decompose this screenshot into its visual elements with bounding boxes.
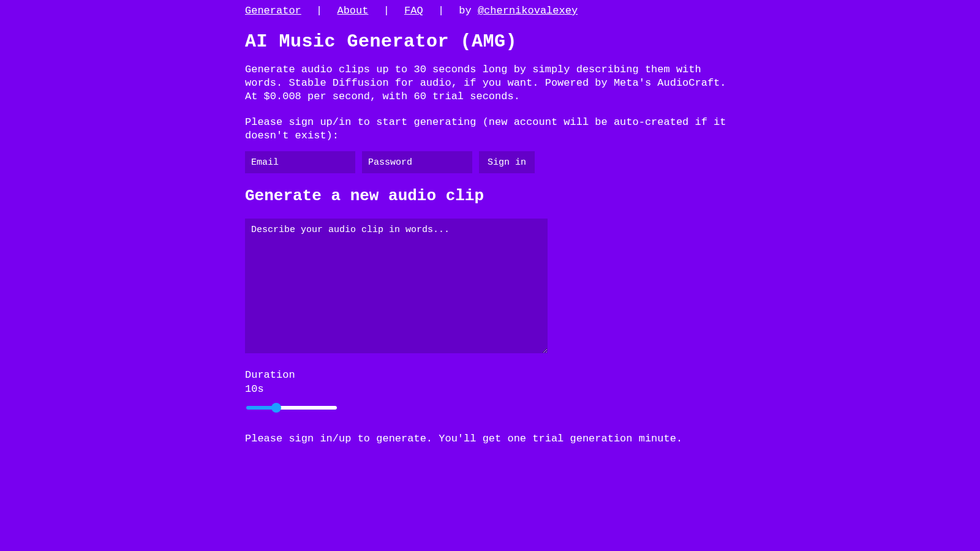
main-container: Generator | About | FAQ | by @chernikova… [245,0,735,444]
email-field[interactable] [245,151,355,173]
generate-heading: Generate a new audio clip [245,187,735,205]
bottom-hint: Please sign in/up to generate. You'll ge… [245,433,735,444]
duration-label: Duration [245,369,295,381]
duration-value: 10s [245,383,264,395]
nav-separator: | [383,5,390,17]
nav-separator: | [316,5,322,17]
nav-link-generator[interactable]: Generator [245,5,301,17]
signin-button[interactable]: Sign in [479,151,535,173]
nav-link-faq[interactable]: FAQ [404,5,423,17]
page-description: Generate audio clips up to 30 seconds lo… [245,63,735,103]
duration-slider[interactable] [246,406,337,410]
nav-link-author[interactable]: @chernikovalexey [478,5,578,17]
password-field[interactable] [362,151,472,173]
page-title: AI Music Generator (AMG) [245,31,735,52]
duration-block: Duration 10s [245,369,735,413]
signin-prompt: Please sign up/in to start generating (n… [245,116,735,143]
auth-row: Sign in [245,151,735,173]
nav-by-prefix: by [459,5,478,17]
prompt-textarea[interactable] [245,219,548,353]
navbar: Generator | About | FAQ | by @chernikova… [245,5,735,17]
nav-separator: | [438,5,444,17]
nav-link-about[interactable]: About [337,5,368,17]
